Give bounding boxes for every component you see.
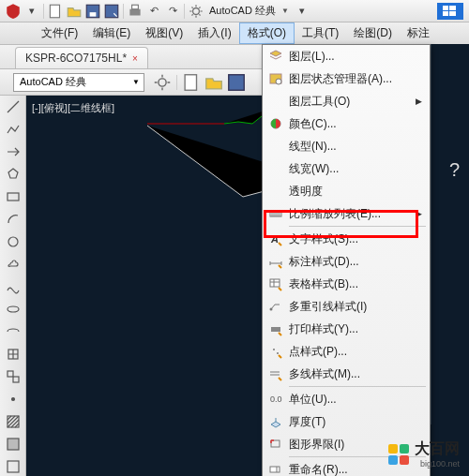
menu-item-color[interactable]: 颜色(C)...	[263, 112, 430, 135]
menu-dimension[interactable]: 标注	[400, 22, 437, 44]
circle-icon[interactable]	[3, 232, 23, 251]
revcloud-icon[interactable]	[3, 255, 23, 274]
redo-icon[interactable]: ↷	[163, 3, 182, 20]
caret-down-icon: ▼	[132, 78, 140, 86]
svg-rect-9	[449, 6, 456, 10]
menu-item-label: 图层状态管理器(A)...	[289, 71, 392, 87]
menu-item-layer[interactable]: 图层(L)...	[263, 45, 430, 67]
menu-item-layer-tools[interactable]: 图层工具(O) ▶	[263, 90, 430, 112]
document-tab[interactable]: KSPR-6CO7175HL* ×	[15, 47, 148, 68]
hatch-icon[interactable]	[3, 412, 23, 431]
menu-item-label: 表格样式(B)...	[289, 276, 358, 292]
menu-view[interactable]: 视图(V)	[138, 22, 190, 44]
menu-item-label: 比例缩放列表(E)...	[289, 206, 381, 222]
ellipse-arc-icon[interactable]	[3, 322, 23, 341]
menu-item-label: 文字样式(S)...	[289, 231, 358, 247]
color-icon	[263, 112, 289, 135]
menu-edit[interactable]: 编辑(E)	[85, 22, 138, 44]
tb-btn[interactable]	[152, 72, 173, 93]
menu-item-transparency[interactable]: 透明度	[263, 180, 430, 202]
mleader-style-icon	[263, 295, 289, 318]
menu-item-dim-style[interactable]: 标注样式(D)...	[263, 250, 430, 273]
menu-item-text-style[interactable]: A 文字样式(S)...	[263, 228, 430, 250]
draw-toolbox	[0, 96, 26, 476]
menu-item-units[interactable]: 0.0 单位(U)...	[263, 388, 430, 410]
menu-item-point-style[interactable]: 点样式(P)...	[263, 340, 430, 363]
svg-rect-19	[8, 371, 13, 377]
units-icon: 0.0	[263, 388, 289, 410]
svg-rect-4	[129, 8, 140, 15]
menu-item-label: 多重引线样式(I)	[289, 299, 367, 315]
menu-item-label: 点样式(P)...	[289, 344, 347, 360]
svg-rect-37	[270, 467, 280, 472]
menu-format[interactable]: 格式(O)	[239, 22, 295, 44]
point-icon[interactable]	[3, 390, 23, 409]
workspace-combo-value: AutoCAD 经典	[20, 75, 86, 89]
ray-icon[interactable]	[3, 142, 23, 161]
menu-file[interactable]: 文件(F)	[34, 22, 85, 44]
save-icon[interactable]	[83, 3, 102, 20]
text-style-icon: A	[263, 228, 289, 250]
watermark-text: 大百网	[415, 439, 460, 459]
separator	[176, 75, 177, 90]
menu-item-layer-state[interactable]: 图层状态管理器(A)...	[263, 67, 430, 90]
menu-item-label: 透明度	[289, 184, 323, 200]
gradient-icon[interactable]	[3, 435, 23, 454]
tb-btn[interactable]	[204, 72, 224, 93]
new-icon[interactable]	[46, 3, 65, 20]
close-icon[interactable]: ×	[132, 53, 138, 64]
svg-text:A: A	[270, 233, 279, 245]
menu-item-linetype[interactable]: 线型(N)...	[263, 135, 430, 157]
insert-block-icon[interactable]	[3, 345, 23, 364]
tb-btn[interactable]	[181, 72, 202, 93]
layer-icon	[263, 45, 289, 67]
menu-item-mleader-style[interactable]: 多重引线样式(I)	[263, 295, 430, 318]
workspace-combo[interactable]: AutoCAD 经典 ▼	[13, 73, 144, 92]
svg-point-16	[8, 237, 18, 246]
print-icon[interactable]	[126, 3, 144, 20]
workspace-dropdown[interactable]: AutoCAD 经典 ▼	[205, 4, 293, 18]
menu-item-lineweight[interactable]: 线宽(W)...	[263, 157, 430, 180]
polyline-icon[interactable]	[3, 120, 23, 139]
spline-icon[interactable]	[3, 277, 23, 296]
svg-text:0.0: 0.0	[270, 394, 282, 404]
win-start-icon	[437, 3, 469, 20]
make-block-icon[interactable]	[3, 367, 23, 386]
menu-draw[interactable]: 绘图(D)	[346, 22, 400, 44]
menu-item-scale-list[interactable]: 比例缩放列表(E)... ▶	[263, 202, 430, 225]
arc-icon[interactable]	[3, 210, 23, 229]
open-icon[interactable]	[65, 3, 83, 20]
submenu-arrow-icon: ▶	[416, 97, 422, 106]
menu-tools[interactable]: 工具(T)	[295, 22, 346, 44]
polygon-icon[interactable]	[3, 165, 23, 184]
document-tab-name: KSPR-6CO7175HL*	[25, 52, 127, 65]
menu-item-mline-style[interactable]: 多线样式(M)...	[263, 363, 430, 385]
svg-rect-10	[443, 11, 448, 16]
tb-btn[interactable]	[226, 72, 247, 93]
menu-item-label: 线型(N)...	[289, 139, 337, 155]
layer-state-icon	[263, 67, 289, 90]
gear-icon[interactable]	[187, 3, 205, 20]
ellipse-icon[interactable]	[3, 300, 23, 319]
svg-rect-23	[8, 439, 19, 450]
caret-down-icon[interactable]: ▾	[23, 3, 41, 20]
menu-item-table-style[interactable]: 表格样式(B)...	[263, 273, 430, 295]
line-icon[interactable]	[3, 97, 23, 116]
region-icon[interactable]	[3, 457, 23, 476]
undo-icon[interactable]: ↶	[144, 3, 163, 20]
help-icon[interactable]: ?	[449, 159, 460, 181]
app-icon	[4, 3, 23, 20]
blank-icon	[263, 135, 289, 157]
blank-icon	[263, 90, 289, 112]
menu-item-label: 图形界限(I)	[289, 437, 344, 453]
menu-insert[interactable]: 插入(I)	[190, 22, 238, 44]
svg-rect-14	[229, 74, 245, 90]
plot-style-icon	[263, 318, 289, 340]
caret-down-icon[interactable]: ▾	[293, 3, 311, 20]
scale-list-icon	[263, 202, 289, 225]
rectangle-icon[interactable]	[3, 187, 23, 206]
menu-item-plot-style[interactable]: 打印样式(Y)...	[263, 318, 430, 340]
mline-style-icon	[263, 363, 289, 385]
menu-item-thickness[interactable]: 厚度(T)	[263, 410, 430, 433]
saveas-icon[interactable]	[102, 3, 121, 20]
